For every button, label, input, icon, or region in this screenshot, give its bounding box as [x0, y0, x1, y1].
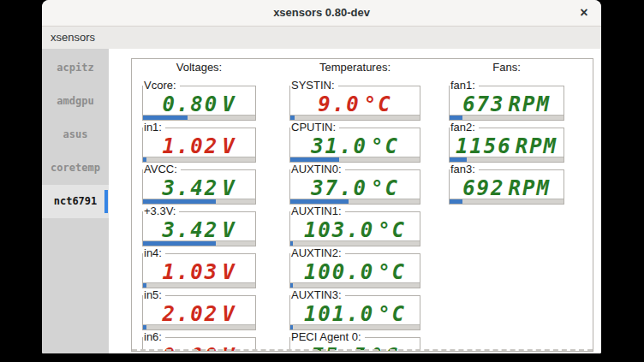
lcd-value: 101.0 [304, 302, 374, 326]
progress-track [290, 240, 420, 246]
sensor-cputin: CPUTIN: 31.0°C [289, 122, 420, 163]
sensor-auxtin1: AUXTIN1: 103.0°C [289, 205, 420, 247]
tab-label: amdgpu [57, 95, 93, 107]
sensor-label: in5: [143, 289, 165, 301]
lcd-value: 3.42 [162, 218, 218, 242]
progress-track [143, 115, 255, 120]
window-title: xsensors 0.80-dev [42, 0, 601, 26]
progress-track [450, 199, 564, 204]
progress-track [143, 324, 255, 329]
progress-track [143, 157, 255, 162]
lcd-unit: °C [364, 92, 392, 116]
lcd-display: 0.80V [143, 92, 255, 117]
progress-fill [290, 199, 349, 204]
column-header-fans: Fans: [449, 59, 564, 80]
menubar: xsensors [42, 27, 601, 50]
progress-fill [143, 241, 216, 246]
titlebar: xsensors 0.80-dev × [42, 0, 601, 27]
menubar-item-xsensors[interactable]: xsensors [42, 27, 104, 49]
sidebar-tab-acpitz[interactable]: acpitz [42, 51, 109, 85]
column-voltages: Voltages: Vcore: 0.80V in1: [142, 59, 256, 352]
sensor-scroll-area: Voltages: Vcore: 0.80V in1: [131, 58, 593, 352]
sidebar-tabs: acpitz amdgpu asus coretemp nct6791 [42, 49, 109, 353]
scroll-undershoot-dashes [132, 349, 593, 351]
sensor-label: AVCC: [143, 163, 181, 175]
progress-track [290, 157, 420, 162]
lcd-unit: V [222, 176, 236, 200]
sensor-label: Vcore: [143, 80, 180, 92]
lcd-display: 101.0°C [290, 301, 420, 327]
sidebar-tab-asus[interactable]: asus [42, 118, 109, 151]
tab-label: asus [63, 128, 88, 140]
progress-fill [290, 325, 293, 329]
progress-track [450, 157, 564, 162]
close-button[interactable]: × [574, 3, 594, 23]
lcd-unit: °C [378, 218, 406, 242]
tab-label: coretemp [51, 162, 100, 174]
sensor-auxtin3: AUXTIN3: 101.0°C [289, 289, 420, 331]
progress-track [450, 115, 564, 120]
column-header-voltages: Voltages: [142, 59, 256, 80]
lcd-unit: RPM [509, 176, 551, 200]
lcd-value: 1.02 [162, 134, 218, 158]
sensor-label: AUXTIN0: [290, 163, 345, 175]
progress-fill [450, 157, 467, 162]
notebook-area: acpitz amdgpu asus coretemp nct6791 [42, 49, 601, 353]
lcd-unit: °C [378, 302, 406, 326]
sensor-avcc: AVCC: 3.42V [142, 163, 256, 205]
lcd-value: 103.0 [304, 218, 374, 242]
sensor-label: in1: [143, 122, 165, 134]
lcd-unit: V [222, 218, 236, 242]
column-fans: Fans: fan1: 673RPM fan2: [449, 59, 564, 205]
lcd-value: 2.02 [162, 302, 218, 326]
progress-track [290, 282, 420, 288]
lcd-unit: °C [378, 260, 406, 284]
sensor-fan2: fan2: 1156RPM [449, 122, 564, 163]
lcd-unit: RPM [509, 92, 551, 116]
lcd-display: 100.0°C [290, 259, 420, 285]
lcd-unit: °C [371, 176, 399, 200]
progress-fill [450, 116, 462, 120]
lcd-unit: V [222, 92, 236, 116]
progress-fill [143, 199, 216, 204]
sensor-label: fan3: [450, 163, 479, 175]
progress-track [290, 324, 420, 329]
progress-track [290, 199, 420, 204]
sensor-auxtin0: AUXTIN0: 37.0°C [289, 163, 420, 205]
lcd-unit: °C [371, 134, 399, 158]
sensor-label: fan2: [450, 122, 479, 134]
xsensors-window: xsensors 0.80-dev × xsensors acpitz amdg… [42, 0, 601, 353]
sensor-label: in4: [143, 247, 165, 259]
progress-track [290, 115, 420, 120]
sidebar-tab-coretemp[interactable]: coretemp [42, 151, 109, 185]
lcd-display: 37.0°C [290, 175, 420, 201]
sensor-systin: SYSTIN: 9.0°C [289, 80, 420, 122]
lcd-unit: RPM [516, 134, 558, 158]
lcd-display: 9.0°C [290, 92, 420, 117]
sensor-3v3: +3.3V: 3.42V [142, 205, 256, 247]
sensor-fan1: fan1: 673RPM [449, 80, 564, 122]
progress-fill [290, 157, 339, 162]
sensor-vcore: Vcore: 0.80V [142, 80, 256, 122]
active-tab-indicator [104, 190, 108, 213]
lcd-display: 2.02V [143, 301, 255, 327]
sensor-label: PECI Agent 0: [290, 331, 365, 343]
lcd-display: 1156RPM [450, 134, 564, 159]
lcd-display: 673RPM [450, 92, 564, 117]
progress-fill [290, 241, 293, 246]
lcd-value: 1.03 [162, 260, 218, 284]
sidebar-tab-nct6791[interactable]: nct6791 [42, 185, 109, 218]
lcd-display: 692RPM [450, 175, 564, 201]
progress-fill [143, 116, 188, 120]
lcd-unit: V [222, 302, 236, 326]
sensor-in1: in1: 1.02V [142, 122, 256, 163]
sensor-fan3: fan3: 692RPM [449, 163, 564, 205]
lcd-value: 673 [462, 92, 504, 116]
progress-track [143, 282, 255, 288]
progress-fill [450, 199, 462, 204]
progress-fill [143, 325, 146, 329]
lcd-unit: V [222, 260, 236, 284]
lcd-value: 692 [462, 176, 504, 200]
sidebar-tab-amdgpu[interactable]: amdgpu [42, 85, 109, 118]
sensor-label: AUXTIN1: [290, 205, 345, 217]
